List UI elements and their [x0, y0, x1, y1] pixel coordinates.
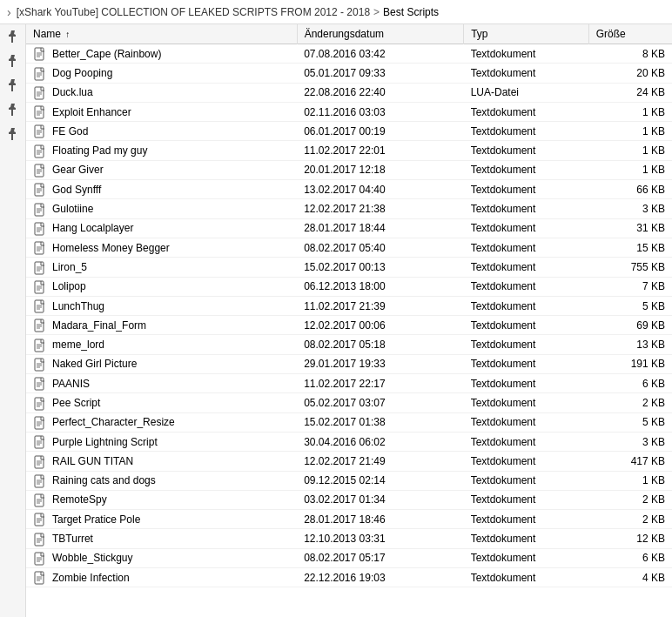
pin-icon-5[interactable] — [5, 125, 21, 144]
file-name-cell: Gear Giver — [26, 160, 297, 179]
pin-icon-2[interactable] — [5, 52, 21, 71]
file-size: 31 KB — [588, 218, 672, 238]
breadcrumb-parent[interactable]: [xShark YouTube] COLLECTION OF LEAKED SC… — [17, 6, 370, 18]
file-type: Textdokument — [464, 471, 589, 490]
file-size: 5 KB — [588, 296, 672, 315]
svg-rect-12 — [35, 106, 44, 118]
table-row[interactable]: Gulotiine 12.02.2017 21:38 Textdokument … — [26, 199, 672, 218]
file-size: 1 KB — [588, 122, 672, 141]
table-row[interactable]: Floating Pad my guy 11.02.2017 22:01 Tex… — [26, 141, 672, 160]
content-area: Name ↑ Änderungsdatum Typ Größe — [0, 24, 672, 617]
file-name-cell: Hang Localplayer — [26, 218, 297, 238]
file-icon — [33, 298, 47, 313]
table-row[interactable]: Zombie Infection 22.12.2016 19:03 Textdo… — [26, 568, 672, 587]
table-row[interactable]: Liron_5 15.02.2017 00:13 Textdokument 75… — [26, 258, 672, 277]
back-icon[interactable]: › — [7, 5, 11, 19]
file-name-cell: Wobble_Stickguy — [26, 548, 297, 567]
table-row[interactable]: Exploit Enhancer 02.11.2016 03:03 Textdo… — [26, 102, 672, 121]
file-type: Textdokument — [464, 354, 589, 373]
file-icon — [33, 551, 47, 566]
file-name-cell: Better_Cape (Rainbow) — [26, 44, 297, 64]
table-row[interactable]: RemoteSpy 03.02.2017 01:34 Textdokument … — [26, 490, 672, 509]
header-date[interactable]: Änderungsdatum — [297, 24, 463, 44]
header-type[interactable]: Typ — [464, 24, 589, 44]
svg-rect-28 — [35, 184, 44, 196]
svg-rect-20 — [35, 145, 44, 158]
file-type: Textdokument — [464, 199, 589, 218]
table-row[interactable]: Dog Pooping 05.01.2017 09:33 Textdokumen… — [26, 64, 672, 83]
table-row[interactable]: Gear Giver 20.01.2017 12:18 Textdokument… — [26, 160, 672, 179]
table-row[interactable]: TBTurret 12.10.2013 03:31 Textdokument 1… — [26, 529, 672, 548]
file-date: 13.02.2017 04:40 — [297, 180, 463, 199]
svg-rect-84 — [35, 456, 44, 468]
table-row[interactable]: RAIL GUN TITAN 12.02.2017 21:49 Textdoku… — [26, 452, 672, 471]
file-name: RAIL GUN TITAN — [52, 455, 133, 467]
table-row[interactable]: Naked Girl Picture 29.01.2017 19:33 Text… — [26, 354, 672, 373]
file-type: Textdokument — [464, 335, 589, 354]
file-name: FE God — [52, 125, 88, 137]
svg-rect-0 — [35, 48, 44, 60]
file-icon — [33, 512, 47, 526]
table-row[interactable]: Perfect_Character_Resize 15.02.2017 01:3… — [26, 412, 672, 432]
file-name: Wobble_Stickguy — [52, 552, 133, 564]
table-row[interactable]: Pee Script 05.02.2017 03:07 Textdokument… — [26, 393, 672, 412]
file-icon — [33, 259, 47, 274]
file-name: Perfect_Character_Resize — [52, 416, 175, 428]
table-row[interactable]: Hang Localplayer 28.01.2017 18:44 Textdo… — [26, 218, 672, 238]
file-name-cell: LunchThug — [26, 296, 297, 315]
file-date: 11.02.2017 21:39 — [297, 296, 463, 315]
file-type: Textdokument — [464, 452, 589, 471]
svg-rect-88 — [35, 475, 44, 487]
table-row[interactable]: Wobble_Stickguy 08.02.2017 05:17 Textdok… — [26, 548, 672, 567]
file-type: Textdokument — [464, 568, 589, 587]
file-name-cell: Liron_5 — [26, 258, 297, 277]
table-row[interactable]: God Synfff 13.02.2017 04:40 Textdokument… — [26, 180, 672, 199]
table-row[interactable]: LunchThug 11.02.2017 21:39 Textdokument … — [26, 296, 672, 315]
file-name: RemoteSpy — [52, 493, 107, 506]
table-row[interactable]: Better_Cape (Rainbow) 07.08.2016 03:42 T… — [26, 44, 672, 64]
file-name-cell: Perfect_Character_Resize — [26, 412, 297, 432]
file-type: Textdokument — [464, 102, 589, 121]
file-size: 1 KB — [588, 102, 672, 121]
svg-rect-8 — [35, 87, 44, 99]
file-type: Textdokument — [464, 510, 589, 529]
table-row[interactable]: PAANIS 11.02.2017 22:17 Textdokument 6 K… — [26, 374, 672, 393]
file-date: 12.02.2017 00:06 — [297, 316, 463, 335]
table-row[interactable]: Purple Lightning Script 30.04.2016 06:02… — [26, 432, 672, 451]
file-date: 08.02.2017 05:18 — [297, 335, 463, 354]
table-row[interactable]: meme_lord 08.02.2017 05:18 Textdokument … — [26, 335, 672, 354]
file-name: Liron_5 — [52, 261, 87, 273]
pin-icon-3[interactable] — [5, 77, 21, 96]
svg-rect-76 — [35, 417, 44, 429]
file-date: 08.02.2017 05:40 — [297, 238, 463, 257]
file-name-cell: Zombie Infection — [26, 568, 297, 587]
file-date: 05.01.2017 09:33 — [297, 64, 463, 83]
table-row[interactable]: Duck.lua 22.08.2016 22:40 LUA-Datei 24 K… — [26, 83, 672, 102]
file-name-cell: Homeless Money Begger — [26, 238, 297, 257]
file-name: Target Pratice Pole — [52, 513, 140, 526]
svg-rect-52 — [35, 300, 44, 312]
table-row[interactable]: Target Pratice Pole 28.01.2017 18:46 Tex… — [26, 510, 672, 529]
file-date: 22.08.2016 22:40 — [297, 83, 463, 102]
file-icon — [33, 318, 47, 332]
svg-rect-16 — [35, 125, 44, 137]
svg-rect-96 — [35, 513, 44, 526]
table-row[interactable]: Raining cats and dogs 09.12.2015 02:14 T… — [26, 471, 672, 490]
pin-icon-4[interactable] — [5, 101, 21, 120]
pin-icon-1[interactable] — [5, 28, 21, 47]
table-row[interactable]: Lolipop 06.12.2013 18:00 Textdokument 7 … — [26, 277, 672, 296]
file-name-cell: FE God — [26, 122, 297, 141]
table-row[interactable]: FE God 06.01.2017 00:19 Textdokument 1 K… — [26, 122, 672, 141]
svg-rect-104 — [35, 553, 44, 565]
svg-rect-56 — [35, 319, 44, 332]
file-date: 28.01.2017 18:46 — [297, 510, 463, 529]
header-size[interactable]: Größe — [588, 24, 672, 44]
table-row[interactable]: Madara_Final_Form 12.02.2017 00:06 Textd… — [26, 316, 672, 335]
table-row[interactable]: Homeless Money Begger 08.02.2017 05:40 T… — [26, 238, 672, 257]
file-name: Raining cats and dogs — [52, 474, 156, 486]
file-name: Homeless Money Begger — [52, 242, 170, 254]
file-size: 15 KB — [588, 238, 672, 257]
file-icon — [33, 434, 47, 449]
header-name[interactable]: Name ↑ — [26, 24, 297, 44]
file-icon — [33, 453, 47, 468]
